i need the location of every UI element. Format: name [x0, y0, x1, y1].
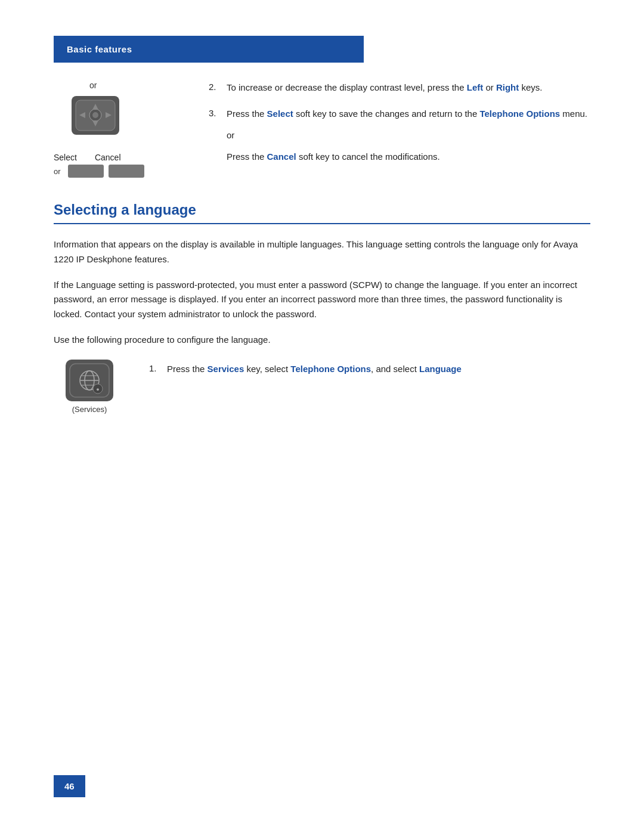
right-instructions: 2. To increase or decrease the display c…: [209, 80, 590, 178]
body-paragraph-2: If the Language setting is password-prot…: [54, 278, 590, 322]
proc-left: ● (Services): [54, 360, 125, 414]
instruction-2-number: 2.: [209, 80, 221, 95]
instr3-select-link: Select: [267, 109, 293, 119]
telephone-options-link: Telephone Options: [290, 364, 371, 374]
or-label-2: or: [54, 167, 61, 176]
svg-point-6: [92, 112, 98, 118]
services-key-icon: ●: [66, 360, 113, 401]
body-paragraph-3: Use the following procedure to configure…: [54, 333, 590, 348]
instr3-after: menu.: [560, 109, 587, 119]
left-images: or: [54, 80, 185, 178]
or-inline: or: [227, 128, 587, 143]
body-paragraph-1: Information that appears on the display …: [54, 237, 590, 267]
softkeys-area: Select Cancel or: [54, 153, 144, 178]
cancel-after: soft key to cancel the modifications.: [296, 151, 440, 162]
language-link: Language: [419, 364, 462, 374]
instr2-mid: or: [483, 82, 496, 92]
instruction-3: 3. Press the Select soft key to save the…: [209, 107, 590, 164]
svg-text:●: ●: [96, 386, 99, 392]
instr2-right-link: Right: [496, 82, 519, 92]
instruction-3-text: Press the Select soft key to save the ch…: [227, 107, 587, 164]
cancel-link: Cancel: [267, 151, 296, 162]
instr3-before: Press the: [227, 109, 267, 119]
instr3-mid: soft key to save the changes and return …: [293, 109, 480, 119]
cancel-label: Cancel: [95, 153, 121, 162]
softkeys-labels: Select Cancel: [54, 153, 144, 162]
lang-instr1-mid: key, select: [244, 364, 290, 374]
services-label: (Services): [72, 405, 107, 414]
page-footer: 46: [54, 775, 85, 797]
section-title-selecting-language: Selecting a language: [54, 202, 590, 224]
instr2-before: To increase or decrease the display cont…: [227, 82, 467, 92]
lang-instr1-number: 1.: [149, 362, 161, 376]
lang-instr1-before: Press the: [167, 364, 208, 374]
select-label: Select: [54, 153, 77, 162]
instruction-2-text: To increase or decrease the display cont…: [227, 80, 542, 95]
select-softkey-btn: [68, 165, 104, 178]
cancel-softkey-btn: [109, 165, 144, 178]
banner-text: Basic features: [67, 44, 132, 54]
lang-instruction-1: 1. Press the Services key, select Teleph…: [149, 362, 590, 376]
services-link: Services: [208, 364, 244, 374]
lang-instr1-text: Press the Services key, select Telephone…: [167, 362, 462, 376]
instr2-after: keys.: [519, 82, 542, 92]
instr2-left-link: Left: [467, 82, 484, 92]
cancel-before: Press the: [227, 151, 267, 162]
instruction-2: 2. To increase or decrease the display c…: [209, 80, 590, 95]
softkeys-buttons: or: [54, 165, 144, 178]
instr3-telephone-link: Telephone Options: [479, 109, 560, 119]
proc-right: 1. Press the Services key, select Teleph…: [149, 360, 590, 414]
page-container: Basic features or: [0, 0, 644, 833]
procedure-section: ● (Services) 1. Press the Services key, …: [54, 360, 590, 414]
header-banner: Basic features: [54, 36, 364, 63]
page-number: 46: [54, 775, 85, 797]
instruction-3-number: 3.: [209, 107, 221, 164]
lang-instr1-mid2: , and select: [371, 364, 419, 374]
or-label-1: or: [89, 80, 97, 90]
nav-key-icon: [72, 96, 119, 135]
contrast-section: or: [54, 80, 590, 178]
